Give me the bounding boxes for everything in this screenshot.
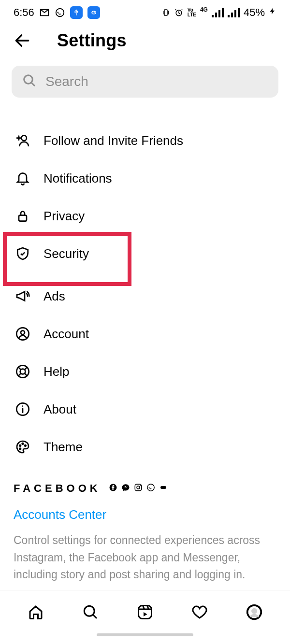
- svg-point-12: [20, 369, 26, 374]
- menu-item-label: Notifications: [44, 171, 112, 186]
- facebook-description: Control settings for connected experienc…: [14, 532, 276, 584]
- whatsapp-brand-icon: [146, 483, 155, 494]
- back-button[interactable]: [12, 30, 33, 51]
- menu-item-label: Security: [44, 246, 89, 261]
- user-circle-icon: [14, 326, 31, 342]
- svg-point-20: [137, 486, 140, 489]
- menu-item-ads[interactable]: Ads: [0, 277, 290, 315]
- menu-item-account[interactable]: Account: [0, 315, 290, 353]
- svg-rect-8: [19, 215, 27, 221]
- menu-item-label: Ads: [44, 289, 65, 304]
- facebook-section: FACEBOOK Accounts Center Control setting…: [0, 466, 290, 590]
- battery-percent: 45%: [244, 6, 265, 19]
- megaphone-icon: [14, 288, 31, 304]
- shield-check-icon: [14, 245, 31, 262]
- info-icon: [14, 401, 31, 417]
- accounts-center-link[interactable]: Accounts Center: [14, 507, 276, 522]
- bell-icon: [14, 170, 31, 186]
- nav-search[interactable]: [76, 598, 105, 627]
- profile-icon: [246, 603, 263, 621]
- svg-rect-25: [138, 605, 151, 618]
- home-icon: [27, 603, 44, 621]
- signal-bars-icon-2: [228, 8, 240, 17]
- nav-profile[interactable]: [240, 598, 269, 627]
- svg-point-16: [25, 445, 26, 446]
- menu-item-label: Follow and Invite Friends: [44, 133, 183, 148]
- alarm-icon: [174, 8, 184, 17]
- menu-item-label: Account: [44, 327, 89, 342]
- menu-item-label: Theme: [44, 440, 83, 455]
- nav-home[interactable]: [21, 598, 50, 627]
- person-plus-icon: [14, 132, 31, 149]
- menu-item-label: Help: [44, 364, 69, 379]
- settings-menu: Follow and Invite Friends Notifications …: [0, 106, 290, 590]
- network-4g-icon: 4G: [200, 6, 208, 13]
- svg-rect-4: [164, 10, 167, 15]
- svg-point-27: [251, 608, 257, 614]
- lifebuoy-icon: [14, 363, 31, 380]
- menu-item-security[interactable]: Security: [0, 235, 290, 272]
- menu-item-label: About: [44, 402, 76, 417]
- svg-rect-23: [160, 486, 166, 489]
- search-icon: [22, 73, 37, 90]
- messenger-icon: [121, 483, 130, 494]
- svg-point-21: [140, 485, 141, 486]
- oculus-icon: [159, 483, 168, 494]
- nav-reels[interactable]: [130, 598, 160, 627]
- svg-rect-3: [92, 11, 96, 14]
- app-header: Settings: [0, 25, 290, 66]
- facebook-label: FACEBOOK: [14, 482, 101, 495]
- search-input[interactable]: Search: [12, 66, 278, 98]
- app-icon: [87, 6, 100, 19]
- search-placeholder: Search: [45, 74, 88, 89]
- status-time: 6:56: [14, 6, 34, 19]
- svg-point-1: [92, 12, 93, 13]
- usb-icon: [70, 6, 83, 19]
- arrow-left-icon: [13, 31, 31, 50]
- svg-point-7: [21, 135, 27, 141]
- svg-point-10: [21, 330, 25, 334]
- instagram-icon: [134, 483, 143, 494]
- menu-item-help[interactable]: Help: [0, 353, 290, 390]
- charging-icon: [269, 6, 276, 19]
- palette-icon: [14, 439, 31, 455]
- svg-point-0: [56, 9, 64, 17]
- gmail-icon: [39, 7, 50, 18]
- status-bar: 6:56 VoLTE 4G 45%: [0, 0, 290, 25]
- heart-icon: [191, 603, 208, 621]
- whatsapp-icon: [55, 7, 65, 18]
- svg-point-14: [19, 445, 21, 446]
- menu-item-notifications[interactable]: Notifications: [0, 159, 290, 197]
- volte-icon: VoLTE: [188, 8, 196, 17]
- menu-item-theme[interactable]: Theme: [0, 428, 290, 466]
- svg-point-2: [94, 12, 95, 13]
- signal-bars-icon-1: [212, 8, 224, 17]
- page-title: Settings: [57, 30, 127, 51]
- svg-point-15: [22, 443, 24, 444]
- vibrate-icon: [161, 8, 170, 17]
- reels-icon: [136, 603, 154, 621]
- svg-point-17: [19, 448, 21, 450]
- menu-item-label: Privacy: [44, 209, 85, 224]
- svg-point-22: [147, 484, 154, 491]
- menu-item-privacy[interactable]: Privacy: [0, 197, 290, 235]
- gesture-bar: [0, 633, 290, 644]
- search-icon: [82, 603, 99, 621]
- lock-icon: [14, 208, 31, 224]
- menu-item-about[interactable]: About: [0, 390, 290, 428]
- menu-item-follow-invite[interactable]: Follow and Invite Friends: [0, 122, 290, 159]
- bottom-nav: [0, 590, 290, 633]
- facebook-icon: [109, 483, 117, 494]
- nav-activity[interactable]: [185, 598, 214, 627]
